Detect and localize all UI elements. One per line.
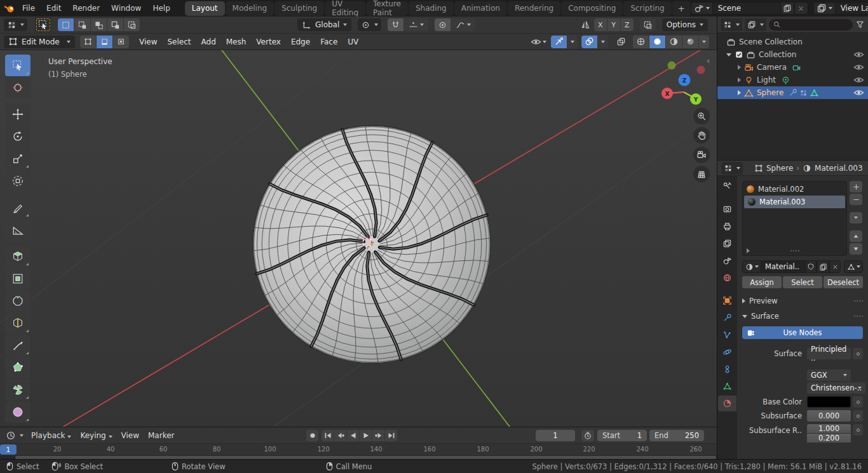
tab-modeling[interactable]: Modeling bbox=[226, 1, 275, 16]
transform-orientation-dropdown[interactable]: Global bbox=[297, 18, 351, 31]
tool-cursor-button[interactable] bbox=[5, 77, 31, 98]
subsurface-radius-driver-dot[interactable] bbox=[853, 424, 863, 436]
preview-panel-header[interactable]: Preview bbox=[742, 295, 863, 307]
use-nodes-button[interactable]: Use Nodes bbox=[742, 326, 863, 339]
tab-compositing[interactable]: Compositing bbox=[561, 1, 623, 16]
menu-playback[interactable]: Playback bbox=[27, 431, 76, 440]
outliner-row-collection[interactable]: Collection bbox=[717, 48, 868, 61]
menu-edge[interactable]: Edge bbox=[286, 37, 315, 46]
light-data-icon[interactable] bbox=[781, 76, 790, 85]
tab-constraints[interactable] bbox=[718, 361, 736, 377]
checkbox-icon[interactable] bbox=[735, 50, 743, 59]
tool-measure-button[interactable] bbox=[5, 219, 31, 241]
delete-scene-button[interactable] bbox=[794, 2, 808, 15]
eye-icon[interactable] bbox=[853, 63, 864, 71]
prev-keyframe-button[interactable] bbox=[334, 430, 346, 441]
scene-browse-button[interactable] bbox=[691, 2, 713, 15]
tab-view-layer[interactable] bbox=[718, 236, 736, 251]
subsurface-value-field[interactable]: 0.000 bbox=[807, 410, 851, 422]
mirror-x-button[interactable]: X bbox=[594, 18, 607, 31]
tool-poly-build-button[interactable] bbox=[5, 357, 31, 378]
snap-target-dropdown[interactable] bbox=[404, 18, 428, 31]
frame-end-field[interactable]: End250 bbox=[649, 430, 704, 441]
modifier-icon[interactable] bbox=[799, 89, 808, 97]
deselect-button[interactable]: Deselect bbox=[824, 276, 863, 288]
unlink-material-button[interactable] bbox=[829, 260, 841, 273]
tab-particles[interactable] bbox=[718, 327, 736, 343]
subsurface-radius-x-field[interactable]: 1.000 bbox=[807, 424, 851, 433]
mirror-y-button[interactable]: Y bbox=[607, 18, 620, 31]
tab-tool[interactable] bbox=[718, 178, 736, 194]
tab-scripting[interactable]: Scripting bbox=[623, 1, 671, 16]
shading-solid-button[interactable] bbox=[649, 36, 665, 48]
playhead[interactable]: 1 bbox=[0, 444, 17, 455]
eye-icon[interactable] bbox=[853, 89, 864, 97]
view-layer-browse-button[interactable] bbox=[813, 2, 836, 15]
tool-bevel-button[interactable] bbox=[5, 290, 31, 312]
jump-to-end-button[interactable] bbox=[385, 430, 397, 441]
tool-smooth-button[interactable] bbox=[5, 401, 31, 423]
gizmos-dropdown[interactable] bbox=[567, 36, 578, 48]
scene-name-field[interactable]: Scene bbox=[713, 2, 780, 15]
camera-data-icon[interactable] bbox=[792, 63, 801, 72]
tab-world[interactable] bbox=[718, 270, 736, 286]
zoom-view-button[interactable] bbox=[693, 108, 710, 124]
vertex-select-button[interactable] bbox=[80, 36, 96, 48]
filter-icon[interactable] bbox=[855, 20, 865, 29]
m ode-dropdown[interactable]: Edit Mode bbox=[4, 36, 75, 48]
pivot-point-dropdown[interactable] bbox=[358, 18, 381, 31]
editor-type-button[interactable] bbox=[4, 18, 27, 31]
tab-animation[interactable]: Animation bbox=[454, 1, 507, 16]
navigation-gizmo[interactable]: X Y Z bbox=[661, 62, 705, 105]
menu-mesh[interactable]: Mesh bbox=[221, 37, 252, 46]
tab-layout[interactable]: Layout bbox=[185, 1, 225, 16]
tab-modifiers[interactable] bbox=[718, 310, 736, 326]
jump-to-start-button[interactable] bbox=[322, 430, 334, 441]
tool-loop-cut-button[interactable] bbox=[5, 312, 31, 334]
mesh-data-icon[interactable] bbox=[810, 88, 819, 98]
gizmos-toggle[interactable] bbox=[551, 36, 567, 48]
shading-material-button[interactable] bbox=[666, 36, 682, 48]
tab-physics[interactable] bbox=[718, 344, 736, 360]
pan-view-button[interactable] bbox=[693, 127, 710, 143]
edge-select-button[interactable] bbox=[97, 36, 112, 48]
outliner-row-camera[interactable]: Camera bbox=[717, 61, 868, 74]
tab-rendering[interactable]: Rendering bbox=[508, 1, 560, 16]
list-resize-grip[interactable] bbox=[790, 250, 799, 251]
xray-toggle[interactable] bbox=[613, 36, 629, 48]
tab-uv-editing[interactable]: UV Editing bbox=[325, 1, 365, 16]
tab-scene[interactable] bbox=[718, 253, 736, 269]
options-dropdown[interactable]: Options bbox=[662, 18, 708, 31]
surface-panel-header[interactable]: Surface bbox=[742, 310, 863, 323]
menu-vertex[interactable]: Vertex bbox=[251, 37, 286, 46]
fake-user-button[interactable] bbox=[805, 260, 817, 273]
expand-arrow-icon[interactable] bbox=[726, 53, 731, 57]
tool-extrude-button[interactable] bbox=[5, 246, 31, 267]
current-frame-field[interactable]: 1 bbox=[536, 430, 575, 441]
menu-edit[interactable]: Edit bbox=[41, 1, 67, 15]
breadcrumb-object[interactable]: Sphere bbox=[766, 164, 793, 173]
browse-material-button[interactable] bbox=[742, 260, 761, 273]
menu-window[interactable]: Window bbox=[105, 1, 147, 15]
mirror-icon[interactable] bbox=[580, 20, 590, 30]
play-reverse-button[interactable] bbox=[347, 430, 359, 441]
frame-start-field[interactable]: Start1 bbox=[597, 430, 647, 441]
menu-face[interactable]: Face bbox=[315, 37, 342, 46]
tool-annotate-button[interactable] bbox=[5, 197, 31, 218]
menu-add[interactable]: Add bbox=[196, 37, 221, 46]
collapse-arrow-icon[interactable] bbox=[738, 77, 741, 83]
tool-select-box-button[interactable] bbox=[5, 55, 31, 76]
snap-projection-button[interactable] bbox=[640, 18, 656, 31]
timeline-editor-type-button[interactable] bbox=[3, 429, 27, 442]
timeline-scrollbar[interactable] bbox=[0, 456, 717, 459]
menu-help[interactable]: Help bbox=[147, 1, 175, 15]
tab-texture-paint[interactable]: Texture Paint bbox=[366, 1, 408, 16]
blender-logo-icon[interactable] bbox=[4, 2, 15, 15]
outliner-display-mode-button[interactable] bbox=[745, 18, 766, 31]
tab-material[interactable] bbox=[718, 396, 736, 411]
select-button[interactable]: Select bbox=[783, 276, 822, 288]
menu-keying[interactable]: Keying bbox=[76, 431, 116, 440]
view-layer-name-field[interactable]: View Layer bbox=[836, 2, 868, 15]
tab-render[interactable] bbox=[718, 201, 736, 217]
auto-keying-button[interactable] bbox=[306, 430, 318, 441]
